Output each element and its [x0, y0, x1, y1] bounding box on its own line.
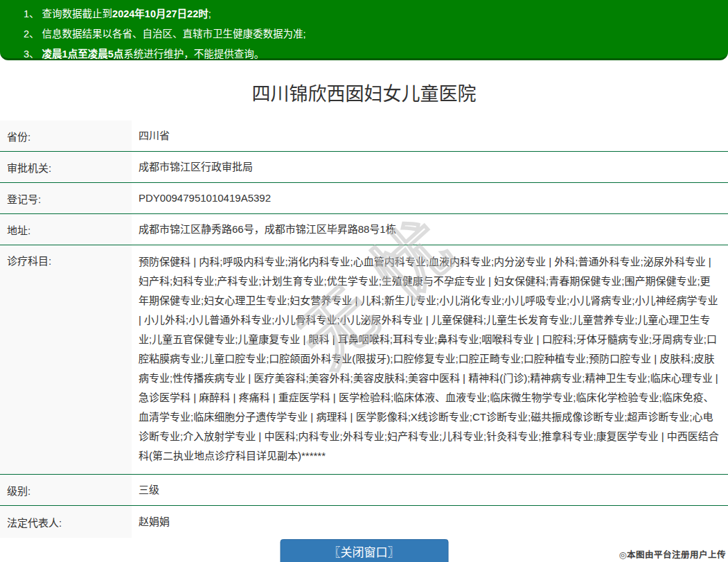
table-row-medical-subjects: 诊疗科目: 预防保健科 | 内科;呼吸内科专业;消化内科专业;心血管内科专业;血…: [0, 245, 728, 475]
notice-number: 2、: [24, 28, 39, 39]
table-row-legal-representative: 法定代表人: 赵娟娟: [0, 506, 728, 538]
table-row-registration-number: 登记号: PDY00947951010419A5392: [0, 183, 728, 214]
notice-text-bold: 2024年10月27日22时: [112, 8, 208, 19]
notice-line-1: 1、查询数据截止到2024年10月27日22时;: [24, 4, 721, 24]
row-label: 审批机关:: [0, 152, 132, 182]
table-row-address: 地址: 成都市锦江区静秀路66号，成都市锦江区毕昇路88号1栋: [0, 214, 728, 245]
notice-line-2: 2、信息数据结果以各省、自治区、直辖市卫生健康委数据为准;: [24, 24, 721, 44]
row-value: 预防保健科 | 内科;呼吸内科专业;消化内科专业;心血管内科专业;血液内科专业;…: [132, 245, 728, 474]
table-row-approval-authority: 审批机关: 成都市锦江区行政审批局: [0, 152, 728, 183]
row-label: 地址:: [0, 214, 132, 245]
row-label: 省份:: [0, 121, 132, 151]
row-label: 级别:: [0, 475, 132, 505]
notice-text: ;: [208, 8, 211, 19]
notice-line-3: 3、凌晨1点至凌晨5点系统进行维护，不能提供查询。: [24, 44, 721, 64]
notice-text: 查询数据截止到: [42, 8, 113, 19]
row-label: 登记号:: [0, 183, 132, 213]
row-label: 诊疗科目:: [0, 245, 132, 474]
page-title: 四川锦欣西囡妇女儿童医院: [0, 81, 728, 107]
row-value: 三级: [132, 475, 728, 505]
notice-text: 信息数据结果以各省、自治区、直辖市卫生健康委数据为准;: [42, 28, 306, 39]
notice-header: 1、查询数据截止到2024年10月27日22时; 2、信息数据结果以各省、自治区…: [0, 0, 728, 60]
table-row-province: 省份: 四川省: [0, 121, 728, 152]
row-value: 四川省: [132, 121, 728, 151]
row-value: PDY00947951010419A5392: [132, 183, 728, 213]
row-value: 成都市锦江区静秀路66号，成都市锦江区毕昇路88号1栋: [132, 214, 728, 245]
row-label: 法定代表人:: [0, 506, 132, 538]
notice-text: 系统进行维护，不能提供查询。: [123, 49, 264, 60]
row-value: 赵娟娟: [132, 506, 728, 538]
notice-number: 3、: [24, 49, 39, 60]
upload-credit-label: ◎本图由平台注册用户上传: [619, 547, 726, 561]
hospital-info-table: 省份: 四川省 审批机关: 成都市锦江区行政审批局 登记号: PDY009479…: [0, 121, 728, 538]
notice-text-bold: 凌晨1点至凌晨5点: [42, 49, 124, 60]
row-value: 成都市锦江区行政审批局: [132, 152, 728, 182]
notice-number: 1、: [24, 8, 39, 19]
table-row-level: 级别: 三级: [0, 475, 728, 506]
close-window-button[interactable]: 〖关闭窗口〗: [280, 539, 448, 562]
